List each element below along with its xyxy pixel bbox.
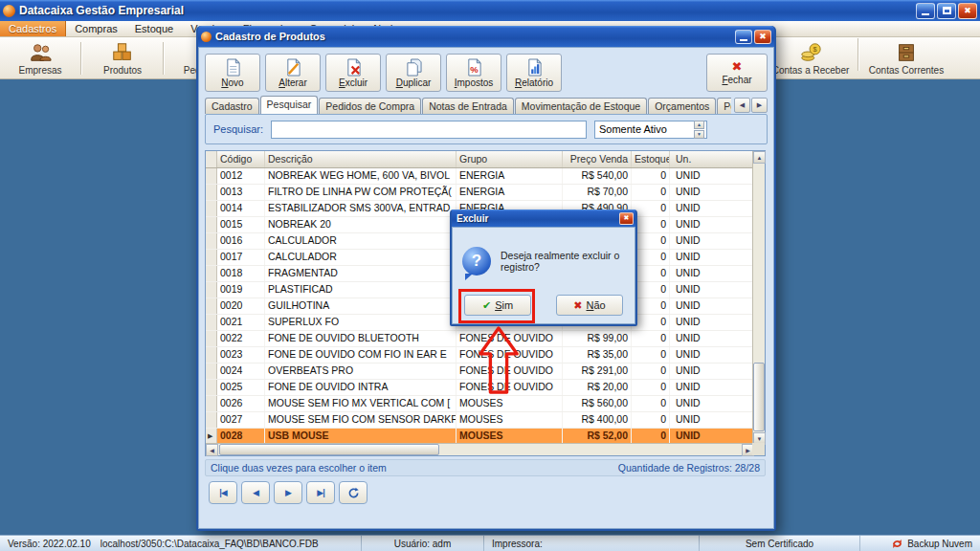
toolbar-button-produtos[interactable]: Produtos: [88, 38, 157, 77]
column-header-grupo[interactable]: Grupo: [457, 151, 563, 167]
cell-descricao: CALCULADOR: [265, 233, 457, 249]
tabs-row: CadastroPesquisarPedidos de CompraNotas …: [205, 96, 768, 114]
toolbar-button-label: Contas Correntes: [869, 65, 944, 76]
nav-next-button[interactable]: ▶: [274, 481, 302, 504]
alterar-button[interactable]: Alterar: [265, 54, 321, 92]
excluir-button[interactable]: Excluir: [325, 54, 381, 92]
cell-preco-venda: R$ 540,00: [563, 168, 632, 184]
toolbar-button-contas-correntes[interactable]: Contas Correntes: [865, 38, 947, 77]
tab[interactable]: Pedidos de: [717, 98, 731, 114]
row-marker: [206, 380, 217, 395]
row-marker: [206, 412, 217, 428]
dialog-close-button[interactable]: ✖: [619, 212, 634, 225]
column-header-descricao[interactable]: Descrição: [265, 151, 457, 167]
close-icon: ✖: [964, 7, 971, 15]
menu-item[interactable]: Estoque: [126, 21, 182, 36]
nav-first-button[interactable]: |◀: [209, 481, 237, 504]
duplicar-button[interactable]: Duplicar: [386, 54, 441, 92]
status-filter-value: Somente Ativo: [599, 123, 692, 135]
tab[interactable]: Pesquisar: [260, 96, 319, 114]
toolbar-button-contas-a-receber[interactable]: $ Contas a Receber: [769, 38, 852, 77]
table-row[interactable]: 0012 NOBREAK WEG HOME, 600 VA, BIVOL ENE…: [206, 168, 753, 185]
cell-descricao: NOBREAK WEG HOME, 600 VA, BIVOL: [265, 168, 457, 184]
tab[interactable]: Pedidos de Compra: [319, 98, 421, 114]
cell-descricao: OVERBEATS PRO: [265, 364, 457, 379]
certificate-text: Sem Certificado: [746, 539, 813, 549]
row-marker: [206, 315, 217, 330]
impostos-button[interactable]: % Impostos: [446, 54, 501, 92]
cell-estoque: 0: [632, 250, 670, 265]
fechar-button[interactable]: ✖ Fechar: [706, 54, 768, 92]
window-close-button[interactable]: ✖: [754, 30, 771, 44]
button-label: Relatório: [515, 77, 553, 88]
status-filter-combo[interactable]: Somente Ativo ▲ ▼: [594, 121, 707, 139]
minimize-button[interactable]: [916, 3, 935, 19]
table-row[interactable]: 0026 MOUSE SEM FIO MX VERTICAL COM [ MOU…: [206, 396, 753, 412]
table-row[interactable]: 0027 MOUSE SEM FIO COM SENSOR DARKF MOUS…: [206, 412, 753, 429]
svg-text:%: %: [470, 64, 479, 75]
spinner-down-button[interactable]: ▼: [694, 130, 704, 139]
tab[interactable]: Orçamentos: [648, 98, 716, 114]
products-toolbar: Novo Alterar Excluir: [205, 54, 768, 92]
close-button[interactable]: ✖: [958, 3, 977, 19]
search-input[interactable]: [271, 121, 587, 139]
tab[interactable]: Notas de Entrada: [422, 98, 514, 114]
nao-button[interactable]: ✖ Não: [556, 295, 623, 316]
menu-item[interactable]: Compras: [66, 21, 126, 36]
scroll-left-button[interactable]: ◀: [206, 444, 218, 456]
cell-codigo: 0020: [217, 298, 265, 314]
vertical-scroll-thumb[interactable]: [753, 363, 765, 431]
minimize-icon: [740, 39, 747, 41]
scroll-up-button[interactable]: ▲: [753, 151, 766, 164]
row-marker: [206, 233, 217, 249]
cell-estoque: 0: [632, 396, 670, 411]
cell-estoque: 0: [632, 380, 670, 395]
minimize-icon: [922, 13, 929, 15]
status-user-segment: Usuário: adm: [362, 536, 484, 551]
cell-codigo: 0027: [217, 412, 265, 428]
tab[interactable]: Movimentação de Estoque: [515, 98, 647, 114]
maximize-button[interactable]: [937, 3, 956, 19]
cell-un: UNID: [670, 331, 753, 346]
cell-estoque: 0: [632, 412, 670, 428]
row-marker: [206, 331, 217, 346]
window-minimize-button[interactable]: [735, 30, 752, 44]
row-marker: [206, 364, 217, 379]
accounts-cabinet-icon: [895, 41, 918, 64]
next-record-icon: ▶: [285, 488, 291, 497]
backup-sync-icon: [891, 538, 903, 550]
cell-descricao: MOUSE SEM FIO COM SENSOR DARKF: [265, 412, 457, 428]
search-label: Pesquisar:: [213, 123, 263, 135]
double-click-hint: Clique duas vezes para escolher o item: [211, 462, 387, 474]
tab[interactable]: Cadastro: [205, 98, 259, 114]
cell-codigo: 0028: [217, 429, 265, 444]
cell-grupo: MOUSES: [457, 396, 563, 411]
cell-codigo: 0018: [217, 266, 265, 281]
toolbar-button-empresas[interactable]: Empresas: [6, 38, 75, 77]
tab-scroll-arrows: ◀ ▶: [734, 98, 768, 113]
backup-text[interactable]: Backup Nuvem: [907, 539, 972, 549]
highlight-rectangle-annotation: [458, 289, 535, 323]
nav-last-button[interactable]: ▶|: [306, 481, 335, 504]
tab-scroll-right-button[interactable]: ▶: [751, 98, 768, 113]
menu-item-label: Compras: [75, 23, 118, 34]
horizontal-scroll-thumb[interactable]: [219, 444, 439, 455]
relatorio-button[interactable]: Relatório: [506, 54, 562, 92]
column-header-un[interactable]: Un.: [670, 151, 753, 167]
table-row[interactable]: 0013 FILTRO DE LINHA PW COM PROTEÇÃ( ENE…: [206, 185, 753, 201]
nav-prev-button[interactable]: ◀: [241, 481, 270, 504]
column-header-codigo[interactable]: Código: [217, 151, 265, 167]
cell-estoque: 0: [632, 185, 670, 200]
novo-button[interactable]: Novo: [205, 54, 260, 92]
spinner-up-button[interactable]: ▲: [694, 121, 704, 129]
nav-refresh-button[interactable]: [339, 481, 368, 504]
caret-right-icon: ▶: [746, 447, 750, 453]
tab-label: Movimentação de Estoque: [522, 100, 640, 112]
cell-estoque: 0: [632, 347, 670, 363]
cell-codigo: 0014: [217, 201, 265, 216]
tab-scroll-left-button[interactable]: ◀: [734, 98, 750, 113]
database-path: localhost/3050:C:\Datacaixa_FAQ\BD\BANCO…: [100, 539, 319, 549]
column-header-estoque[interactable]: Estoque: [632, 151, 670, 167]
column-header-preco-venda[interactable]: Preço Venda: [563, 151, 632, 167]
menu-item[interactable]: Cadastros: [0, 21, 66, 36]
